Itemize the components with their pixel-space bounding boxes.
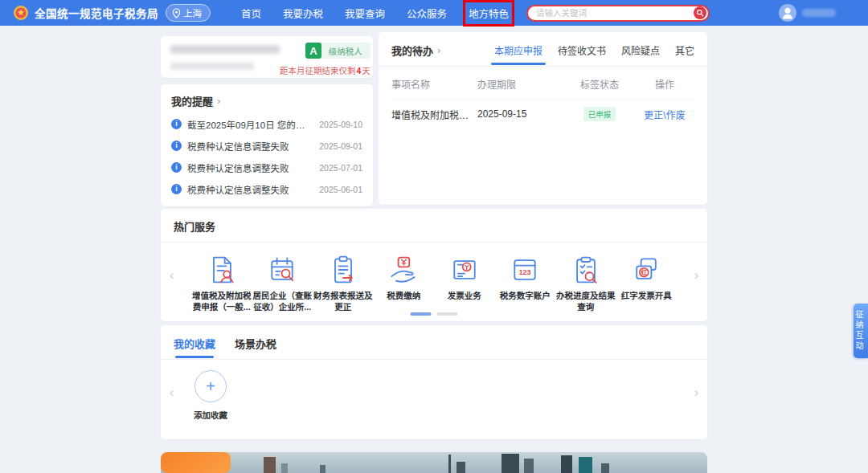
correct-void-link[interactable]: 更正\作废 (644, 110, 685, 121)
plus-icon[interactable]: + (194, 370, 227, 402)
banner-building (264, 457, 276, 473)
reminders-more-arrow[interactable]: › (217, 95, 220, 107)
taxpayer-profile-card: A 级纳税人 距本月征期结束仅剩4天 (161, 36, 373, 78)
carousel-indicators (411, 312, 458, 316)
service-label: 发票业务 (448, 290, 481, 301)
hot-services-title: 热门服务 (174, 218, 215, 234)
nav-item-home[interactable]: 首页 (241, 6, 261, 21)
user-icon (779, 4, 796, 22)
search-button[interactable] (694, 6, 706, 19)
favorites-tabs: 我的收藏 场景办税 (174, 336, 694, 351)
yen-hand-icon (387, 254, 420, 286)
reminder-text: 税费种认定信息调整失败 (187, 140, 313, 153)
todo-title: 我的待办 (391, 43, 433, 58)
brand[interactable]: 全国统一规范电子税务局 (13, 5, 158, 21)
banner-building (281, 463, 288, 473)
banner-orange-graphic (161, 452, 231, 473)
reminder-date: 2025-07-01 (319, 163, 362, 173)
banner-building (502, 454, 519, 473)
banner-building (561, 455, 572, 473)
invoice-stamp-icon (448, 254, 481, 286)
promo-banner[interactable] (161, 452, 707, 473)
top-header: 全国统一规范电子税务局 上海 首页 我要办税 我要查询 公众服务 地方特色 (0, 0, 868, 26)
search-input[interactable] (536, 8, 694, 18)
reminder-text: 税费种认定信息调整失败 (187, 161, 313, 174)
red-invoice-printer-icon: 红 (630, 254, 662, 286)
banner-building (524, 459, 534, 473)
service-financial-report[interactable]: 财务报表报送及更正 (313, 254, 374, 312)
col-deadline: 办理期限 (477, 77, 564, 91)
tax-bureau-logo (13, 5, 29, 21)
service-label: 财务报表报送及更正 (313, 290, 374, 312)
avatar[interactable] (779, 4, 796, 22)
countdown-days: 4 (357, 66, 362, 75)
service-invoice-business[interactable]: 发票业务 (434, 254, 495, 312)
filing-deadline-countdown: 距本月征期结束仅剩4天 (280, 64, 371, 76)
carousel-dot[interactable] (437, 312, 458, 316)
info-icon: i (171, 184, 182, 194)
page-content: A 级纳税人 距本月征期结束仅剩4天 我的提醒 › i 截至2025年09月10… (161, 32, 707, 473)
red-invoice-char-glyph: 红 (641, 268, 648, 276)
nav-item-query[interactable]: 我要查询 (345, 6, 385, 21)
status-badge: 已申报 (583, 107, 616, 121)
reminder-item[interactable]: i 税费种认定信息调整失败 2025-06-01 (171, 178, 362, 200)
interaction-float-tab[interactable]: 征纳互动 (854, 304, 868, 358)
reminder-item[interactable]: i 税费种认定信息调整失败 2025-07-01 (171, 157, 362, 178)
service-label: 税务数字账户 (500, 290, 551, 301)
location-badge[interactable]: 上海 (166, 4, 211, 22)
todo-item-name: 增值税及附加税费申报（一般纳税人适... (391, 108, 477, 121)
username-blurred (802, 9, 836, 17)
countdown-suffix: 天 (362, 66, 371, 75)
info-icon: i (171, 162, 182, 173)
info-icon: i (171, 119, 182, 129)
carousel-dot-active[interactable] (411, 312, 432, 316)
reminder-date: 2025-09-10 (319, 120, 362, 129)
service-red-invoice[interactable]: 红 红字发票开具 (616, 254, 678, 312)
tab-documents-to-sign[interactable]: 待签收文书 (558, 43, 606, 57)
company-name-blurred (170, 43, 280, 71)
reminder-item[interactable]: i 截至2025年09月10日 您的企业有待... 2025-09-10 (171, 113, 362, 135)
reminders-card: 我的提醒 › i 截至2025年09月10日 您的企业有待... 2025-09… (161, 84, 373, 206)
reminder-item[interactable]: i 税费种认定信息调整失败 2025-09-01 (171, 135, 362, 157)
favorites-card: 我的收藏 场景办税 ‹ › + 添加收藏 (161, 325, 707, 439)
user-area (779, 4, 836, 22)
service-digital-account[interactable]: 123 税务数字账户 (495, 254, 556, 312)
add-favorite[interactable]: + 添加收藏 (193, 370, 228, 421)
service-label: 税费缴纳 (387, 290, 420, 301)
service-vat-declaration[interactable]: 增值税及附加税费申报（一般... (191, 254, 252, 312)
tab-my-favorites[interactable]: 我的收藏 (174, 336, 215, 351)
main-nav: 首页 我要办税 我要查询 公众服务 地方特色 (241, 6, 509, 21)
taxpayer-rating-badge[interactable]: A 级纳税人 (305, 43, 371, 59)
banner-building (579, 457, 592, 473)
carousel-prev-icon[interactable]: ‹ (170, 269, 174, 282)
nav-item-local-features[interactable]: 地方特色 (469, 6, 509, 21)
digital-account-icon: 123 (509, 254, 541, 286)
tab-scenario-tax[interactable]: 场景办税 (235, 336, 276, 351)
service-label: 红字发票开具 (621, 290, 672, 301)
checklist-magnifier-icon (570, 254, 602, 286)
reminder-date: 2025-06-01 (319, 185, 362, 194)
carousel-next-icon[interactable]: › (694, 269, 698, 282)
favorites-next-icon[interactable]: › (694, 386, 698, 399)
divider (161, 242, 707, 243)
rating-grade: A (305, 43, 321, 59)
banner-building (448, 455, 451, 473)
todo-more-arrow[interactable]: › (437, 44, 440, 56)
nav-item-public-service[interactable]: 公众服务 (407, 6, 447, 21)
table-row: 增值税及附加税费申报（一般纳税人适... 2025-09-15 已申报 更正\作… (391, 99, 694, 128)
service-tax-payment[interactable]: 税费缴纳 (374, 254, 435, 312)
tab-risk-points[interactable]: 风险疑点 (621, 43, 660, 57)
todo-item-deadline: 2025-09-15 (477, 108, 564, 120)
service-resident-enterprise-income[interactable]: 居民企业（查账征收）企业所... (252, 254, 313, 312)
todo-tabs: 本期应申报 待签收文书 风险疑点 其它 (494, 43, 694, 57)
todo-table-header: 事项名称 办理期限 标签状态 操作 (391, 67, 694, 99)
tab-current-declaration[interactable]: 本期应申报 (494, 43, 542, 57)
favorites-prev-icon[interactable]: ‹ (170, 386, 174, 399)
todo-card: 我的待办 › 本期应申报 待签收文书 风险疑点 其它 事项名称 办理期限 标签状… (379, 32, 707, 205)
nav-item-handle-tax[interactable]: 我要办税 (283, 6, 323, 21)
service-label: 办税进度及结果查询 (555, 290, 616, 312)
tab-others[interactable]: 其它 (675, 43, 694, 57)
service-progress-query[interactable]: 办税进度及结果查询 (555, 254, 616, 312)
rating-label: 级纳税人 (321, 45, 371, 57)
add-favorite-label: 添加收藏 (193, 409, 228, 421)
